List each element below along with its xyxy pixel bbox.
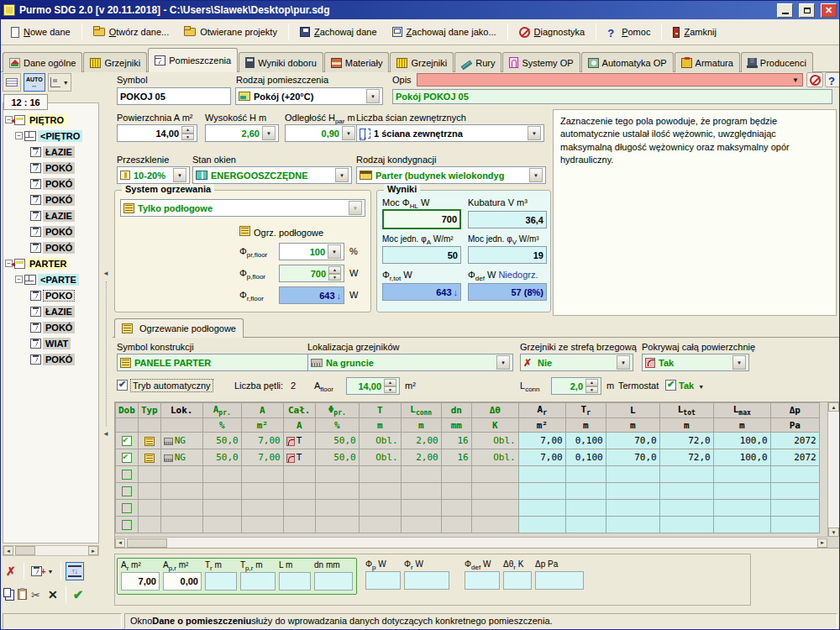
grid-cell[interactable] [401, 517, 441, 533]
chevron-down-icon[interactable]: ▼ [528, 126, 541, 140]
grid-cell[interactable]: 2,00 [401, 433, 441, 449]
grid-cell[interactable]: 7,00 [241, 449, 283, 466]
grid-cell[interactable] [659, 483, 713, 500]
grid-cell[interactable] [315, 466, 359, 483]
grid-cell[interactable] [283, 483, 315, 500]
grid-cell[interactable] [116, 517, 139, 533]
area-input[interactable]: 14,00▲▼ [117, 124, 197, 142]
grid-cell[interactable]: 50,0 [315, 433, 359, 449]
chevron-down-icon[interactable]: ▼ [342, 126, 355, 140]
description-combo[interactable]: ▼ [417, 73, 803, 87]
scroll-up-icon[interactable]: ▲ [828, 402, 839, 412]
tree-options-button[interactable]: ▼ [48, 73, 71, 92]
distance-combo[interactable]: 0,90▼ [285, 124, 359, 142]
grid-cell[interactable]: 50,0 [202, 433, 241, 449]
grid-cell[interactable] [116, 449, 139, 466]
grid-cell[interactable]: Obl. [471, 449, 518, 466]
grid-cell[interactable] [116, 433, 139, 449]
grid-cell[interactable]: 2,00 [401, 449, 441, 466]
tree-item-lazie[interactable]: ŁAZIE [3, 207, 98, 223]
grid-cell[interactable] [116, 500, 139, 517]
grid-cell[interactable] [401, 483, 441, 500]
grid-cell[interactable] [441, 466, 471, 483]
grid-cell[interactable] [138, 500, 160, 517]
grid-cell[interactable]: 72,0 [659, 449, 713, 466]
table-horizontal-scrollbar[interactable]: ◄ ► [115, 537, 827, 548]
grid-cell[interactable] [359, 517, 401, 533]
checkbox-icon[interactable] [122, 486, 132, 496]
toolbar-button-otworz-dane[interactable]: Otwórz dane... [87, 24, 176, 40]
grid-cell[interactable] [283, 466, 315, 483]
tab-automatyka-op[interactable]: Automatyka OP [581, 52, 674, 72]
grid-cell[interactable] [138, 449, 160, 466]
minimize-button[interactable] [777, 3, 793, 18]
grid-cell[interactable]: 7,00 [518, 433, 565, 449]
grid-cell[interactable]: NG [160, 449, 202, 466]
grid-cell[interactable] [160, 483, 202, 500]
spinner[interactable]: ▲▼ [328, 266, 341, 281]
tab-materialy[interactable]: Materiały [324, 52, 390, 72]
spinner[interactable]: ▲▼ [384, 379, 396, 393]
checkbox-checked-icon[interactable] [122, 453, 132, 463]
checkbox-icon[interactable] [122, 503, 132, 513]
tab-rury[interactable]: Rury [454, 52, 501, 72]
grid-cell[interactable] [713, 500, 770, 517]
restore-button[interactable] [799, 3, 815, 18]
checkbox-checked-icon[interactable] [665, 380, 676, 391]
window-state-combo[interactable]: ENERGOOSZCZĘDNE▼ [192, 166, 352, 184]
grid-cell[interactable] [770, 483, 819, 500]
grid-cell[interactable] [518, 483, 565, 500]
grid-cell[interactable]: 72,0 [659, 433, 713, 449]
scroll-right-icon[interactable]: ► [817, 538, 827, 548]
grid-cell[interactable]: 7,00 [241, 433, 283, 449]
grid-cell[interactable]: 7,00 [518, 449, 565, 466]
grid-cell[interactable] [565, 517, 606, 533]
grid-cell[interactable] [471, 500, 518, 517]
grid-cell[interactable]: Obl. [359, 433, 401, 449]
grid-cell[interactable] [116, 466, 139, 483]
cut-button[interactable]: ✂ [29, 588, 42, 602]
grid-cell[interactable] [202, 483, 241, 500]
chevron-down-icon[interactable]: ▼ [366, 89, 380, 103]
grid-cell[interactable] [441, 483, 471, 500]
height-combo[interactable]: 2,60▼ [205, 124, 279, 142]
grid-cell[interactable] [606, 483, 659, 500]
grid-cell[interactable] [441, 500, 471, 517]
grid-cell[interactable]: 0,100 [565, 449, 606, 466]
grid-cell[interactable] [770, 466, 819, 483]
grid-cell[interactable] [315, 483, 359, 500]
grid-cell[interactable] [770, 500, 819, 517]
grid-cell[interactable] [518, 466, 565, 483]
description-value[interactable]: Pokój POKOJ 05 [392, 89, 832, 104]
collapse-icon[interactable] [15, 276, 23, 283]
grid-cell[interactable] [659, 500, 713, 517]
tree-item-pietro[interactable]: PIĘTRO [3, 112, 98, 128]
chevron-down-icon[interactable]: ▼ [496, 355, 510, 370]
tree-item-poko[interactable]: POKÓ [3, 239, 98, 255]
grid-cell[interactable] [241, 500, 283, 517]
tree-item-parte[interactable]: <PARTE [3, 271, 98, 287]
panel-splitter[interactable]: ◄ ◄ [102, 270, 111, 438]
grid-cell[interactable] [713, 483, 770, 500]
grid-cell[interactable] [160, 500, 202, 517]
grid-cell[interactable] [315, 517, 359, 533]
grid-cell[interactable] [359, 483, 401, 500]
grid-cell[interactable] [565, 500, 606, 517]
spinner[interactable]: ▲▼ [585, 379, 598, 393]
grid-cell[interactable]: 16 [441, 433, 471, 449]
list-view-button[interactable] [3, 73, 21, 92]
tree-item-wiat[interactable]: WIAT [3, 335, 98, 351]
grid-cell[interactable] [138, 517, 160, 533]
grid-cell[interactable] [518, 517, 565, 533]
phi-pr-floor-combo[interactable]: 100▼ [279, 243, 344, 260]
grid-cell[interactable] [138, 466, 160, 483]
grid-cell[interactable] [565, 483, 606, 500]
grid-cell[interactable]: NG [160, 433, 202, 449]
checkbox-icon[interactable] [122, 520, 132, 530]
grid-cell[interactable] [283, 500, 315, 517]
grid-cell[interactable]: 2072 [770, 449, 819, 466]
grid-cell[interactable] [606, 500, 659, 517]
grid-cell[interactable]: T [283, 433, 315, 449]
chevron-down-icon[interactable]: ▼ [617, 355, 630, 370]
close-button[interactable]: ✕ [821, 3, 837, 18]
